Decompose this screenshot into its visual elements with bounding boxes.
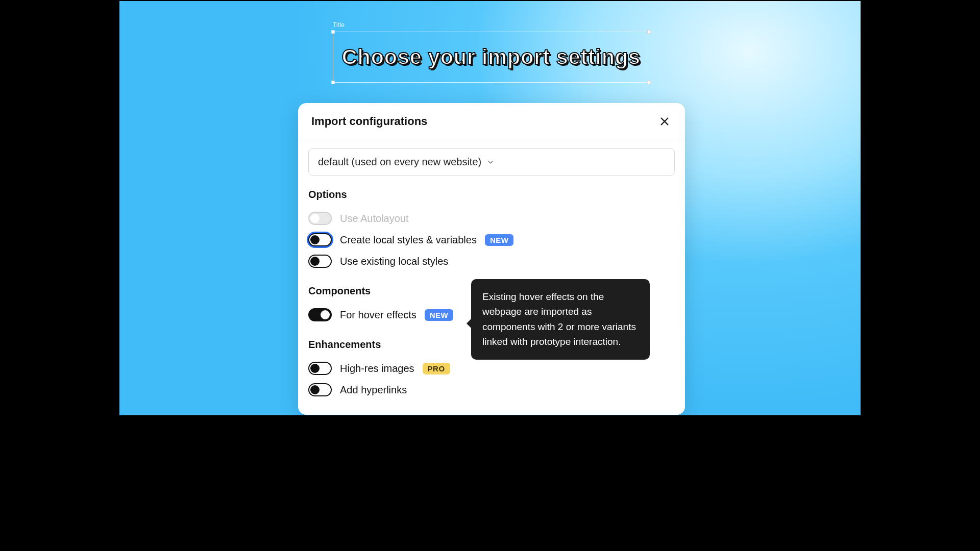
frame-label: Title bbox=[333, 21, 345, 29]
new-badge: NEW bbox=[425, 309, 454, 321]
import-config-modal: Import configurations default (used on e… bbox=[298, 103, 685, 415]
pro-badge: PRO bbox=[423, 363, 450, 374]
option-label: Use existing local styles bbox=[340, 256, 448, 267]
toggle-create-styles[interactable] bbox=[308, 233, 332, 246]
new-badge: NEW bbox=[485, 234, 514, 246]
option-label: High-res images bbox=[340, 363, 414, 374]
tooltip-text: Existing hover effects on the webpage ar… bbox=[482, 291, 636, 347]
option-row-autolayout: Use Autolayout bbox=[308, 208, 675, 229]
hover-effects-tooltip: Existing hover effects on the webpage ar… bbox=[471, 279, 650, 360]
chevron-down-icon bbox=[486, 158, 495, 166]
toggle-highres[interactable] bbox=[308, 362, 332, 375]
close-button[interactable] bbox=[657, 114, 672, 129]
toggle-hover-effects[interactable] bbox=[308, 308, 332, 321]
toggle-use-existing[interactable] bbox=[308, 255, 332, 268]
modal-title: Import configurations bbox=[311, 115, 427, 128]
option-row-use-existing: Use existing local styles bbox=[308, 251, 675, 272]
option-label: Use Autolayout bbox=[340, 213, 409, 224]
canvas-stage: Title Choose your import settings Import… bbox=[118, 0, 862, 416]
toggle-autolayout bbox=[308, 212, 332, 225]
option-row-highres: High-res images PRO bbox=[308, 358, 675, 379]
config-preset-select[interactable]: default (used on every new website) bbox=[308, 148, 675, 176]
toggle-hyperlinks[interactable] bbox=[308, 383, 332, 396]
close-icon bbox=[659, 116, 670, 127]
option-label: Create local styles & variables bbox=[340, 234, 477, 246]
option-row-hyperlinks: Add hyperlinks bbox=[308, 379, 675, 400]
section-heading-options: Options bbox=[308, 189, 675, 201]
option-row-create-styles: Create local styles & variables NEW bbox=[308, 229, 675, 251]
page-title: Choose your import settings bbox=[333, 32, 649, 83]
modal-body: default (used on every new website) Opti… bbox=[298, 139, 685, 415]
option-label: Add hyperlinks bbox=[340, 384, 407, 396]
select-value: default (used on every new website) bbox=[318, 156, 481, 168]
option-label: For hover effects bbox=[340, 309, 416, 321]
modal-header: Import configurations bbox=[298, 103, 685, 139]
